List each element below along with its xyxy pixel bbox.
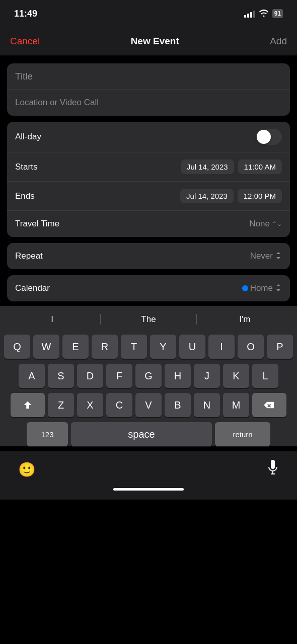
predictive-word-2[interactable]: The xyxy=(100,310,196,329)
starts-label: Starts xyxy=(15,162,37,172)
key-k[interactable]: K xyxy=(223,364,249,388)
wifi-icon xyxy=(259,10,268,18)
calendar-color-dot xyxy=(242,285,248,291)
keyboard-row-3: Z X C V B N M xyxy=(2,393,295,417)
nav-bar: Cancel New Event Add xyxy=(0,27,297,55)
calendar-label: Calendar xyxy=(15,283,50,293)
location-row xyxy=(7,90,290,116)
battery-icon: 91 xyxy=(272,9,283,18)
key-p[interactable]: P xyxy=(267,335,293,359)
ends-value: Jul 14, 2023 12:00 PM xyxy=(180,189,282,203)
calendar-chevron-icon xyxy=(275,283,282,294)
calendar-section: Calendar Home xyxy=(7,275,290,301)
bottom-bar: 🙂 xyxy=(0,451,297,482)
ends-label: Ends xyxy=(15,191,35,201)
signal-icon xyxy=(244,10,255,18)
key-x[interactable]: X xyxy=(77,393,103,417)
travel-time-row[interactable]: Travel Time None ⌃⌄ xyxy=(7,211,290,237)
key-t[interactable]: T xyxy=(121,335,147,359)
key-s[interactable]: S xyxy=(48,364,74,388)
key-g[interactable]: G xyxy=(135,364,162,388)
repeat-row[interactable]: Repeat Never xyxy=(7,243,290,269)
predictive-text-bar: I The I'm xyxy=(0,306,297,332)
battery-level: 91 xyxy=(274,10,281,17)
repeat-value[interactable]: Never xyxy=(250,251,282,262)
ends-date-pill[interactable]: Jul 14, 2023 xyxy=(180,189,234,203)
key-n[interactable]: N xyxy=(194,393,220,417)
key-d[interactable]: D xyxy=(77,364,103,388)
ends-time-pill[interactable]: 12:00 PM xyxy=(238,189,282,203)
microphone-key[interactable] xyxy=(267,460,279,479)
travel-time-text: None xyxy=(249,219,270,229)
repeat-chevron-icon xyxy=(275,251,282,262)
calendar-value[interactable]: Home xyxy=(242,283,282,294)
add-button[interactable]: Add xyxy=(270,36,287,47)
repeat-section: Repeat Never xyxy=(7,243,290,269)
starts-row[interactable]: Starts Jul 14, 2023 11:00 AM xyxy=(7,152,290,182)
all-day-label: All-day xyxy=(15,132,41,142)
travel-time-value[interactable]: None ⌃⌄ xyxy=(249,219,282,229)
shift-key[interactable] xyxy=(11,393,45,417)
repeat-text: Never xyxy=(250,251,273,261)
key-v[interactable]: V xyxy=(135,393,162,417)
numbers-key[interactable]: 123 xyxy=(27,422,68,446)
starts-value: Jul 14, 2023 11:00 AM xyxy=(181,159,282,174)
key-h[interactable]: H xyxy=(165,364,191,388)
ends-row[interactable]: Ends Jul 14, 2023 12:00 PM xyxy=(7,182,290,211)
emoji-key[interactable]: 🙂 xyxy=(18,461,36,478)
status-time: 11:49 xyxy=(14,9,37,19)
key-w[interactable]: W xyxy=(33,335,59,359)
return-key[interactable]: return xyxy=(215,422,270,446)
home-indicator xyxy=(0,482,297,500)
key-i[interactable]: I xyxy=(208,335,235,359)
cancel-button[interactable]: Cancel xyxy=(10,36,40,47)
title-location-section xyxy=(7,63,290,116)
key-a[interactable]: A xyxy=(19,364,45,388)
predictive-word-1[interactable]: I xyxy=(4,310,100,329)
keyboard: Q W E R T Y U I O P A S D F G H J K L Z … xyxy=(0,332,297,446)
location-input[interactable] xyxy=(15,98,282,108)
key-q[interactable]: Q xyxy=(4,335,30,359)
all-day-row: All-day xyxy=(7,122,290,152)
key-b[interactable]: B xyxy=(165,393,191,417)
key-r[interactable]: R xyxy=(92,335,118,359)
key-l[interactable]: L xyxy=(252,364,278,388)
predictive-word-3[interactable]: I'm xyxy=(197,310,293,329)
home-bar xyxy=(113,488,184,491)
status-icons: 91 xyxy=(244,9,283,18)
key-j[interactable]: J xyxy=(194,364,220,388)
calendar-row[interactable]: Calendar Home xyxy=(7,275,290,301)
key-y[interactable]: Y xyxy=(150,335,176,359)
key-o[interactable]: O xyxy=(238,335,264,359)
keyboard-row-2: A S D F G H J K L xyxy=(2,364,295,388)
title-row xyxy=(7,63,290,90)
key-e[interactable]: E xyxy=(62,335,89,359)
key-f[interactable]: F xyxy=(106,364,132,388)
starts-date-pill[interactable]: Jul 14, 2023 xyxy=(181,159,234,174)
svg-rect-0 xyxy=(271,460,275,469)
key-c[interactable]: C xyxy=(106,393,132,417)
repeat-label: Repeat xyxy=(15,251,43,261)
status-bar: 11:49 91 xyxy=(0,0,297,27)
key-u[interactable]: U xyxy=(179,335,205,359)
keyboard-row-4: 123 space return xyxy=(2,422,295,446)
chevron-down-icon: ⌃⌄ xyxy=(272,220,282,227)
travel-time-label: Travel Time xyxy=(15,219,59,229)
key-z[interactable]: Z xyxy=(48,393,74,417)
page-title: New Event xyxy=(131,36,179,47)
toggle-thumb xyxy=(257,130,271,144)
key-m[interactable]: M xyxy=(223,393,249,417)
starts-time-pill[interactable]: 11:00 AM xyxy=(238,159,282,174)
space-key[interactable]: space xyxy=(71,422,212,446)
calendar-text: Home xyxy=(250,283,273,293)
keyboard-row-1: Q W E R T Y U I O P xyxy=(2,335,295,359)
all-day-toggle[interactable] xyxy=(256,129,282,145)
title-input[interactable] xyxy=(15,71,282,82)
backspace-key[interactable] xyxy=(252,393,286,417)
event-details-section: All-day Starts Jul 14, 2023 11:00 AM End… xyxy=(7,122,290,237)
